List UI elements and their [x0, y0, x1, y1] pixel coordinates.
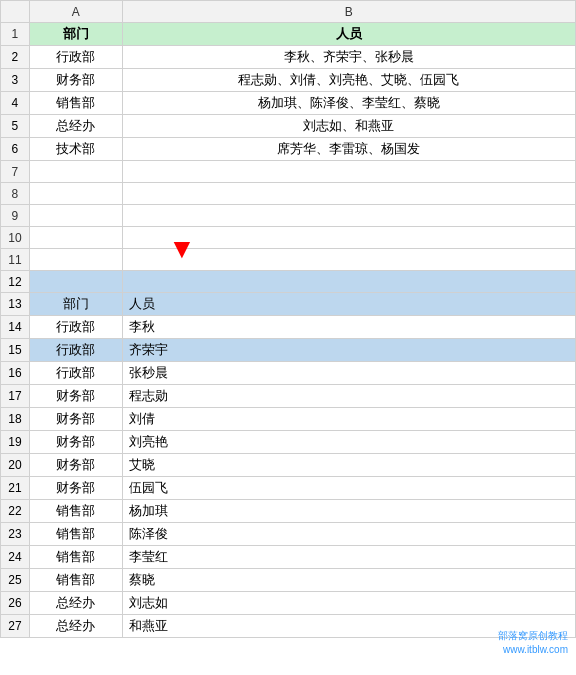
cell-2b[interactable]: 李秋、齐荣宇、张秒晨 [122, 46, 575, 69]
cell-7a[interactable] [29, 161, 122, 183]
row-number: 23 [1, 523, 30, 546]
row-number: 3 [1, 69, 30, 92]
row-number: 5 [1, 115, 30, 138]
cell-5b[interactable]: 刘志如、和燕亚 [122, 115, 575, 138]
row-number: 11 [1, 249, 30, 271]
cell-16b[interactable]: 张秒晨 [122, 362, 575, 385]
cell-20a[interactable]: 财务部 [29, 454, 122, 477]
cell-13a[interactable]: 部门 [29, 293, 122, 316]
col-b-header: B [122, 1, 575, 23]
table-row: 21 财务部 伍园飞 [1, 477, 576, 500]
cell-19b[interactable]: 刘亮艳 [122, 431, 575, 454]
row-number: 21 [1, 477, 30, 500]
row-number: 17 [1, 385, 30, 408]
cell-24b[interactable]: 李莹红 [122, 546, 575, 569]
row-number: 25 [1, 569, 30, 592]
cell-15a[interactable]: 行政部 [29, 339, 122, 362]
row-number: 19 [1, 431, 30, 454]
cell-6a[interactable]: 技术部 [29, 138, 122, 161]
table-row: 27 总经办 和燕亚 [1, 615, 576, 638]
cell-10a[interactable] [29, 227, 122, 249]
table-row: 7 [1, 161, 576, 183]
cell-8b[interactable] [122, 183, 575, 205]
cell-20b[interactable]: 艾晓 [122, 454, 575, 477]
cell-21a[interactable]: 财务部 [29, 477, 122, 500]
cell-12b[interactable] [122, 271, 575, 293]
row-number: 10 [1, 227, 30, 249]
table-row: 17 财务部 程志勋 [1, 385, 576, 408]
cell-27a[interactable]: 总经办 [29, 615, 122, 638]
row-number: 7 [1, 161, 30, 183]
cell-1a[interactable]: 部门 [29, 23, 122, 46]
table-row: 14 行政部 李秋 [1, 316, 576, 339]
cell-9b[interactable] [122, 205, 575, 227]
cell-17b[interactable]: 程志勋 [122, 385, 575, 408]
table-row: 20 财务部 艾晓 [1, 454, 576, 477]
cell-3b[interactable]: 程志勋、刘倩、刘亮艳、艾晓、伍园飞 [122, 69, 575, 92]
cell-18b[interactable]: 刘倩 [122, 408, 575, 431]
cell-1b[interactable]: 人员 [122, 23, 575, 46]
col-header-row: A B [1, 1, 576, 23]
table-row: 26 总经办 刘志如 [1, 592, 576, 615]
row-number: 20 [1, 454, 30, 477]
cell-6b[interactable]: 席芳华、李雷琼、杨国发 [122, 138, 575, 161]
table-row: 10 [1, 227, 576, 249]
cell-25b[interactable]: 蔡晓 [122, 569, 575, 592]
cell-19a[interactable]: 财务部 [29, 431, 122, 454]
cell-14b[interactable]: 李秋 [122, 316, 575, 339]
cell-7b[interactable] [122, 161, 575, 183]
cell-3a[interactable]: 财务部 [29, 69, 122, 92]
row-number: 2 [1, 46, 30, 69]
cell-5a[interactable]: 总经办 [29, 115, 122, 138]
cell-22b[interactable]: 杨加琪 [122, 500, 575, 523]
row-number: 24 [1, 546, 30, 569]
cell-26a[interactable]: 总经办 [29, 592, 122, 615]
row-number: 14 [1, 316, 30, 339]
row-number: 18 [1, 408, 30, 431]
cell-2a[interactable]: 行政部 [29, 46, 122, 69]
row-number: 27 [1, 615, 30, 638]
table-row: 25 销售部 蔡晓 [1, 569, 576, 592]
spreadsheet: A B 1 部门 人员 2 行政部 李秋、齐荣宇、张秒晨 3 财务部 程志勋、刘… [0, 0, 576, 675]
row-number: 22 [1, 500, 30, 523]
cell-17a[interactable]: 财务部 [29, 385, 122, 408]
cell-23a[interactable]: 销售部 [29, 523, 122, 546]
cell-22a[interactable]: 销售部 [29, 500, 122, 523]
cell-26b[interactable]: 刘志如 [122, 592, 575, 615]
table-row: 16 行政部 张秒晨 [1, 362, 576, 385]
table-row: 23 销售部 陈泽俊 [1, 523, 576, 546]
cell-12a[interactable] [29, 271, 122, 293]
col-a-header: A [29, 1, 122, 23]
cell-16a[interactable]: 行政部 [29, 362, 122, 385]
cell-21b[interactable]: 伍园飞 [122, 477, 575, 500]
row-number: 13 [1, 293, 30, 316]
cell-4b[interactable]: 杨加琪、陈泽俊、李莹红、蔡晓 [122, 92, 575, 115]
table-row: 13 部门 人员 [1, 293, 576, 316]
excel-table: A B 1 部门 人员 2 行政部 李秋、齐荣宇、张秒晨 3 财务部 程志勋、刘… [0, 0, 576, 638]
cell-14a[interactable]: 行政部 [29, 316, 122, 339]
cell-27b[interactable]: 和燕亚 [122, 615, 575, 638]
table-row: 8 [1, 183, 576, 205]
table-row: 15 行政部 齐荣宇 [1, 339, 576, 362]
cell-18a[interactable]: 财务部 [29, 408, 122, 431]
cell-8a[interactable] [29, 183, 122, 205]
cell-23b[interactable]: 陈泽俊 [122, 523, 575, 546]
table-row: 22 销售部 杨加琪 [1, 500, 576, 523]
table-row: 3 财务部 程志勋、刘倩、刘亮艳、艾晓、伍园飞 [1, 69, 576, 92]
cell-25a[interactable]: 销售部 [29, 569, 122, 592]
cell-9a[interactable] [29, 205, 122, 227]
row-number: 4 [1, 92, 30, 115]
row-number: 6 [1, 138, 30, 161]
table-row: 24 销售部 李莹红 [1, 546, 576, 569]
table-row: 1 部门 人员 [1, 23, 576, 46]
cell-4a[interactable]: 销售部 [29, 92, 122, 115]
table-row: 4 销售部 杨加琪、陈泽俊、李莹红、蔡晓 [1, 92, 576, 115]
cell-13b[interactable]: 人员 [122, 293, 575, 316]
cell-11a[interactable] [29, 249, 122, 271]
table-row: 6 技术部 席芳华、李雷琼、杨国发 [1, 138, 576, 161]
cell-24a[interactable]: 销售部 [29, 546, 122, 569]
cell-15b[interactable]: 齐荣宇 [122, 339, 575, 362]
row-number: 26 [1, 592, 30, 615]
table-row: 12 [1, 271, 576, 293]
row-number: 12 [1, 271, 30, 293]
